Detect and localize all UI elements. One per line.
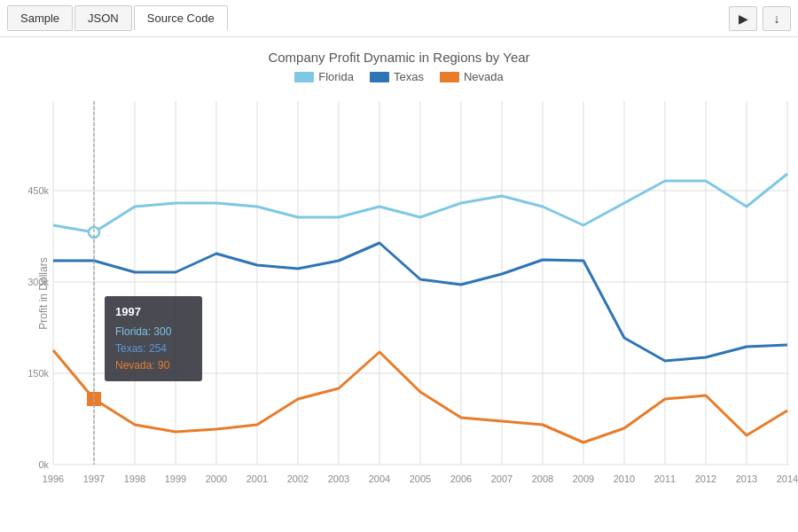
svg-text:1997: 1997 bbox=[83, 473, 105, 484]
svg-text:150k: 150k bbox=[27, 368, 49, 379]
svg-text:2007: 2007 bbox=[491, 473, 512, 484]
svg-text:2002: 2002 bbox=[287, 473, 309, 484]
tab-source-code[interactable]: Source Code bbox=[134, 5, 228, 31]
svg-text:2001: 2001 bbox=[246, 473, 268, 484]
svg-text:1999: 1999 bbox=[165, 473, 186, 484]
legend-item-nevada: Nevada bbox=[440, 70, 504, 83]
top-navigation: Sample JSON Source Code ▶ ↓ bbox=[0, 0, 798, 37]
svg-text:2000: 2000 bbox=[206, 473, 227, 484]
chart-area: Company Profit Dynamic in Regions by Yea… bbox=[0, 50, 798, 532]
svg-text:2004: 2004 bbox=[369, 473, 390, 484]
svg-text:1998: 1998 bbox=[124, 473, 145, 484]
chart-svg-container: Profit in Dollars bbox=[0, 92, 798, 500]
svg-text:1996: 1996 bbox=[43, 473, 64, 484]
svg-text:2008: 2008 bbox=[532, 473, 553, 484]
play-button[interactable]: ▶ bbox=[729, 6, 757, 31]
svg-text:0k: 0k bbox=[38, 459, 49, 470]
svg-text:2013: 2013 bbox=[736, 473, 757, 484]
texas-legend-color bbox=[370, 72, 389, 82]
texas-legend-label: Texas bbox=[394, 70, 424, 83]
florida-legend-label: Florida bbox=[318, 70, 354, 83]
svg-text:450k: 450k bbox=[27, 185, 49, 196]
nav-tabs: Sample JSON Source Code bbox=[7, 5, 228, 31]
svg-text:2012: 2012 bbox=[695, 473, 716, 484]
svg-text:2014: 2014 bbox=[777, 473, 798, 484]
svg-text:300k: 300k bbox=[27, 277, 49, 287]
download-button[interactable]: ↓ bbox=[763, 6, 791, 31]
nav-actions: ▶ ↓ bbox=[729, 6, 791, 31]
chart-legend: Florida Texas Nevada bbox=[0, 70, 798, 83]
svg-text:2010: 2010 bbox=[614, 473, 635, 484]
svg-text:2003: 2003 bbox=[328, 473, 349, 484]
nevada-legend-label: Nevada bbox=[464, 70, 504, 83]
chart-svg: 0k 150k 300k 450k 1996 1997 1998 1999 20… bbox=[0, 92, 798, 500]
tab-json[interactable]: JSON bbox=[74, 5, 132, 31]
chart-title: Company Profit Dynamic in Regions by Yea… bbox=[0, 50, 798, 65]
florida-legend-color bbox=[294, 72, 314, 82]
tab-sample[interactable]: Sample bbox=[7, 5, 73, 31]
nevada-legend-color bbox=[440, 72, 459, 82]
svg-text:2006: 2006 bbox=[450, 473, 472, 484]
svg-text:2005: 2005 bbox=[410, 473, 431, 484]
svg-text:2011: 2011 bbox=[654, 473, 676, 484]
legend-item-florida: Florida bbox=[294, 70, 354, 83]
svg-text:2009: 2009 bbox=[573, 473, 594, 484]
legend-item-texas: Texas bbox=[370, 70, 424, 83]
